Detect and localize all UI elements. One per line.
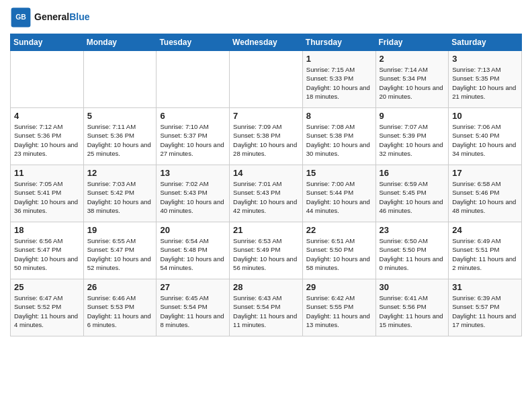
calendar-cell: 20Sunrise: 6:54 AM Sunset: 5:48 PM Dayli… — [157, 222, 230, 279]
day-number: 15 — [306, 168, 372, 178]
calendar-cell: 11Sunrise: 7:05 AM Sunset: 5:41 PM Dayli… — [11, 165, 84, 222]
day-number: 13 — [160, 168, 226, 178]
day-info: Sunrise: 6:49 AM Sunset: 5:51 PM Dayligh… — [452, 236, 518, 272]
weekday-header-wednesday: Wednesday — [230, 34, 303, 51]
calendar-cell: 19Sunrise: 6:55 AM Sunset: 5:47 PM Dayli… — [83, 222, 157, 279]
calendar-cell: 7Sunrise: 7:09 AM Sunset: 5:38 PM Daylig… — [230, 108, 303, 165]
calendar-cell: 10Sunrise: 7:06 AM Sunset: 5:40 PM Dayli… — [449, 108, 522, 165]
calendar-week-1: 1Sunrise: 7:15 AM Sunset: 5:33 PM Daylig… — [11, 51, 522, 108]
calendar-cell: 23Sunrise: 6:50 AM Sunset: 5:50 PM Dayli… — [375, 222, 449, 279]
calendar-cell: 24Sunrise: 6:49 AM Sunset: 5:51 PM Dayli… — [449, 222, 522, 279]
calendar-cell: 18Sunrise: 6:56 AM Sunset: 5:47 PM Dayli… — [11, 222, 84, 279]
calendar-cell: 17Sunrise: 6:58 AM Sunset: 5:46 PM Dayli… — [449, 165, 522, 222]
day-number: 17 — [452, 168, 518, 178]
day-info: Sunrise: 6:55 AM Sunset: 5:47 PM Dayligh… — [87, 236, 153, 272]
day-info: Sunrise: 7:07 AM Sunset: 5:39 PM Dayligh… — [380, 122, 445, 158]
day-number: 4 — [14, 111, 80, 121]
day-number: 9 — [380, 111, 445, 121]
calendar-header-row: SundayMondayTuesdayWednesdayThursdayFrid… — [11, 34, 522, 51]
day-number: 8 — [306, 111, 372, 121]
page-header: GB GeneralBlue — [10, 7, 522, 28]
calendar-cell: 1Sunrise: 7:15 AM Sunset: 5:33 PM Daylig… — [302, 51, 375, 108]
calendar-week-5: 25Sunrise: 6:47 AM Sunset: 5:52 PM Dayli… — [11, 279, 522, 336]
day-number: 28 — [233, 282, 299, 292]
weekday-header-sunday: Sunday — [11, 34, 84, 51]
day-info: Sunrise: 6:56 AM Sunset: 5:47 PM Dayligh… — [14, 236, 80, 272]
day-number: 18 — [14, 225, 80, 235]
day-number: 16 — [380, 168, 445, 178]
day-number: 19 — [87, 225, 153, 235]
day-number: 25 — [14, 282, 80, 292]
calendar-cell: 16Sunrise: 6:59 AM Sunset: 5:45 PM Dayli… — [375, 165, 449, 222]
calendar-cell: 30Sunrise: 6:41 AM Sunset: 5:56 PM Dayli… — [375, 279, 449, 336]
day-info: Sunrise: 7:13 AM Sunset: 5:35 PM Dayligh… — [452, 65, 518, 101]
calendar-cell — [83, 51, 157, 108]
day-info: Sunrise: 6:41 AM Sunset: 5:56 PM Dayligh… — [380, 293, 445, 329]
day-number: 20 — [160, 225, 226, 235]
day-info: Sunrise: 6:54 AM Sunset: 5:48 PM Dayligh… — [160, 236, 226, 272]
day-number: 2 — [380, 54, 445, 64]
day-info: Sunrise: 6:45 AM Sunset: 5:54 PM Dayligh… — [160, 293, 226, 329]
day-number: 14 — [233, 168, 299, 178]
weekday-header-monday: Monday — [83, 34, 157, 51]
day-info: Sunrise: 7:05 AM Sunset: 5:41 PM Dayligh… — [14, 179, 80, 215]
day-info: Sunrise: 7:03 AM Sunset: 5:42 PM Dayligh… — [87, 179, 153, 215]
day-info: Sunrise: 6:53 AM Sunset: 5:49 PM Dayligh… — [233, 236, 299, 272]
calendar-cell — [11, 51, 84, 108]
day-info: Sunrise: 6:51 AM Sunset: 5:50 PM Dayligh… — [306, 236, 372, 272]
day-number: 6 — [160, 111, 226, 121]
calendar-cell: 21Sunrise: 6:53 AM Sunset: 5:49 PM Dayli… — [230, 222, 303, 279]
day-info: Sunrise: 7:11 AM Sunset: 5:36 PM Dayligh… — [87, 122, 153, 158]
day-info: Sunrise: 7:09 AM Sunset: 5:38 PM Dayligh… — [233, 122, 299, 158]
day-info: Sunrise: 7:10 AM Sunset: 5:37 PM Dayligh… — [160, 122, 226, 158]
day-number: 10 — [452, 111, 518, 121]
calendar-cell: 28Sunrise: 6:43 AM Sunset: 5:54 PM Dayli… — [230, 279, 303, 336]
day-number: 7 — [233, 111, 299, 121]
day-number: 12 — [87, 168, 153, 178]
calendar-cell: 31Sunrise: 6:39 AM Sunset: 5:57 PM Dayli… — [449, 279, 522, 336]
day-number: 1 — [306, 54, 372, 64]
calendar-cell: 8Sunrise: 7:08 AM Sunset: 5:38 PM Daylig… — [302, 108, 375, 165]
calendar-week-4: 18Sunrise: 6:56 AM Sunset: 5:47 PM Dayli… — [11, 222, 522, 279]
weekday-header-tuesday: Tuesday — [157, 34, 230, 51]
day-number: 31 — [452, 282, 518, 292]
logo-text: GeneralBlue — [34, 12, 89, 22]
calendar-cell: 4Sunrise: 7:12 AM Sunset: 5:36 PM Daylig… — [11, 108, 84, 165]
day-info: Sunrise: 6:43 AM Sunset: 5:54 PM Dayligh… — [233, 293, 299, 329]
calendar-cell: 2Sunrise: 7:14 AM Sunset: 5:34 PM Daylig… — [375, 51, 449, 108]
day-number: 11 — [14, 168, 80, 178]
day-info: Sunrise: 7:01 AM Sunset: 5:43 PM Dayligh… — [233, 179, 299, 215]
calendar-cell: 5Sunrise: 7:11 AM Sunset: 5:36 PM Daylig… — [83, 108, 157, 165]
day-info: Sunrise: 7:08 AM Sunset: 5:38 PM Dayligh… — [306, 122, 372, 158]
calendar-cell: 14Sunrise: 7:01 AM Sunset: 5:43 PM Dayli… — [230, 165, 303, 222]
day-info: Sunrise: 6:42 AM Sunset: 5:55 PM Dayligh… — [306, 293, 372, 329]
calendar-cell: 27Sunrise: 6:45 AM Sunset: 5:54 PM Dayli… — [157, 279, 230, 336]
calendar-cell: 29Sunrise: 6:42 AM Sunset: 5:55 PM Dayli… — [302, 279, 375, 336]
calendar-cell — [230, 51, 303, 108]
calendar-table: SundayMondayTuesdayWednesdayThursdayFrid… — [10, 34, 522, 336]
day-number: 30 — [380, 282, 445, 292]
day-info: Sunrise: 7:14 AM Sunset: 5:34 PM Dayligh… — [380, 65, 445, 101]
day-info: Sunrise: 6:47 AM Sunset: 5:52 PM Dayligh… — [14, 293, 80, 329]
weekday-header-friday: Friday — [375, 34, 449, 51]
day-number: 5 — [87, 111, 153, 121]
logo: GB GeneralBlue — [10, 7, 89, 28]
day-number: 3 — [452, 54, 518, 64]
day-info: Sunrise: 6:46 AM Sunset: 5:53 PM Dayligh… — [87, 293, 153, 329]
calendar-cell: 13Sunrise: 7:02 AM Sunset: 5:43 PM Dayli… — [157, 165, 230, 222]
calendar-week-3: 11Sunrise: 7:05 AM Sunset: 5:41 PM Dayli… — [11, 165, 522, 222]
day-info: Sunrise: 7:12 AM Sunset: 5:36 PM Dayligh… — [14, 122, 80, 158]
calendar-body: 1Sunrise: 7:15 AM Sunset: 5:33 PM Daylig… — [11, 51, 522, 336]
day-info: Sunrise: 6:59 AM Sunset: 5:45 PM Dayligh… — [380, 179, 445, 215]
calendar-cell: 12Sunrise: 7:03 AM Sunset: 5:42 PM Dayli… — [83, 165, 157, 222]
day-info: Sunrise: 7:15 AM Sunset: 5:33 PM Dayligh… — [306, 65, 372, 101]
day-info: Sunrise: 6:58 AM Sunset: 5:46 PM Dayligh… — [452, 179, 518, 215]
calendar-cell: 3Sunrise: 7:13 AM Sunset: 5:35 PM Daylig… — [449, 51, 522, 108]
calendar-cell: 9Sunrise: 7:07 AM Sunset: 5:39 PM Daylig… — [375, 108, 449, 165]
day-info: Sunrise: 6:39 AM Sunset: 5:57 PM Dayligh… — [452, 293, 518, 329]
day-number: 23 — [380, 225, 445, 235]
weekday-header-thursday: Thursday — [302, 34, 375, 51]
calendar-cell: 22Sunrise: 6:51 AM Sunset: 5:50 PM Dayli… — [302, 222, 375, 279]
day-info: Sunrise: 7:02 AM Sunset: 5:43 PM Dayligh… — [160, 179, 226, 215]
day-info: Sunrise: 7:06 AM Sunset: 5:40 PM Dayligh… — [452, 122, 518, 158]
